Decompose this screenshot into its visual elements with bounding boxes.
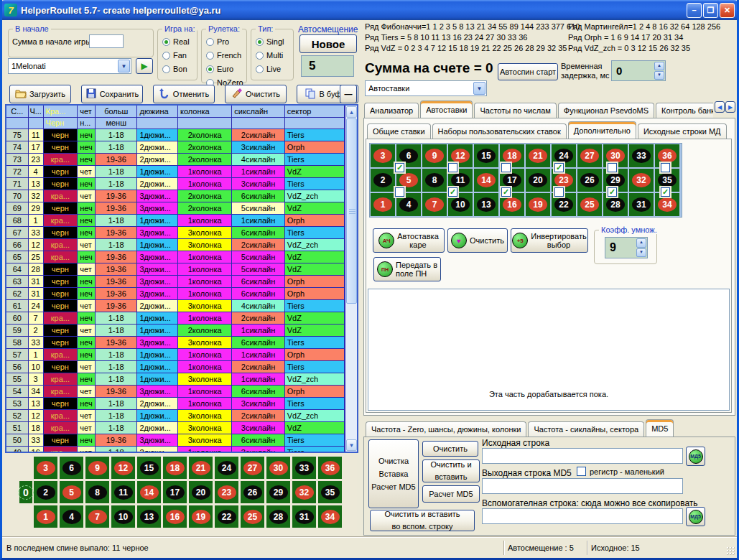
start-sum-input[interactable]	[89, 34, 124, 48]
tab-bottom-1[interactable]: Частота - сиклайны, сектора	[528, 421, 644, 437]
table-row[interactable]: 6331черннеч19-363дюжи...1колонка6сиклайн…	[6, 276, 345, 288]
clear-selection-button[interactable]: ♥ Очистить	[447, 228, 508, 253]
board-cell[interactable]: 7	[422, 193, 447, 216]
number-chip-9[interactable]: 9	[88, 461, 107, 475]
number-chip-21[interactable]: 21	[192, 461, 210, 475]
minimize-button[interactable]: –	[687, 3, 702, 18]
number-chip-28[interactable]: 28	[606, 197, 625, 212]
number-chip-20[interactable]: 20	[529, 173, 547, 187]
delay-spinner[interactable]: 0 ▲▼	[611, 60, 666, 81]
number-chip-12[interactable]: 12	[451, 149, 470, 163]
tab-sub-1[interactable]: Наборы пользовательских ставок	[432, 123, 567, 139]
corner-bet-checkbox[interactable]: ✓	[554, 163, 564, 172]
corner-bet-checkbox[interactable]	[608, 163, 617, 172]
board-cell[interactable]: 24	[215, 457, 238, 479]
tab-main-1[interactable]: Автоставки	[420, 101, 473, 118]
invert-selection-button[interactable]: +5 Инвертироватьвыбор	[511, 228, 588, 253]
zero-cell[interactable]: 0	[19, 481, 32, 503]
board-cell[interactable]: 26	[241, 481, 264, 503]
autospin-start-button[interactable]: Автоспин старт	[498, 63, 558, 80]
toolbar-button-brush[interactable]: Очистить	[225, 85, 287, 103]
board-cell[interactable]: 28	[266, 505, 290, 528]
number-chip-26[interactable]: 26	[243, 485, 262, 500]
tab-scroll-right-icon[interactable]: ▶	[725, 101, 735, 113]
board-cell[interactable]: 2	[34, 481, 57, 503]
number-chip-17[interactable]: 17	[503, 173, 521, 187]
table-row[interactable]: 5610чернчет1-181дюжи...1колонка2сиклайнT…	[6, 361, 345, 373]
radio-option-french[interactable]: French	[206, 51, 241, 60]
radio-option-real[interactable]: Real	[162, 37, 190, 46]
board-cell[interactable]: 10	[111, 505, 135, 528]
table-row[interactable]: 5313черннеч1-182дюжи...1колонка3сиклайнT…	[6, 398, 345, 410]
board-cell[interactable]: 15	[137, 457, 161, 479]
number-chip-29[interactable]: 29	[269, 485, 288, 500]
chevron-down-icon[interactable]: ▼	[118, 60, 130, 73]
number-chip-7[interactable]: 7	[425, 197, 444, 212]
radio-icon[interactable]	[162, 52, 170, 60]
board-cell[interactable]: 16	[163, 505, 187, 528]
md5-clear-and-paste-button[interactable]: Очистить ивставить	[422, 459, 480, 482]
number-chip-18[interactable]: 18	[166, 461, 185, 475]
table-row[interactable]: 6124чернчет19-362дюжи...3колонка4сиклайн…	[6, 300, 345, 312]
scroll-thumb[interactable]	[346, 118, 357, 304]
close-button[interactable]: ✕	[720, 3, 735, 18]
number-chip-12[interactable]: 12	[114, 461, 133, 475]
board-cell[interactable]: 14	[137, 481, 161, 503]
corner-bet-checkbox[interactable]	[501, 163, 511, 172]
number-chip-31[interactable]: 31	[295, 510, 314, 524]
tab-main-0[interactable]: Анализатор	[364, 103, 419, 118]
board-cell[interactable]: 29	[266, 481, 290, 503]
number-chip-17[interactable]: 17	[166, 485, 185, 500]
md5-aux-run-button[interactable]: МД5	[686, 507, 705, 526]
board-cell[interactable]: 22	[215, 505, 238, 528]
board-cell[interactable]: 25	[577, 193, 602, 216]
table-row[interactable]: 5118кра...чет1-182дюжи...3колонка3сиклай…	[6, 422, 345, 434]
number-chip-16[interactable]: 16	[166, 510, 185, 524]
board-cell[interactable]: 9	[422, 144, 447, 167]
radio-icon[interactable]	[206, 52, 214, 60]
radio-option-euro[interactable]: Euro	[206, 65, 233, 73]
table-row[interactable]: 6733черннеч19-363дюжи...3колонка6сиклайн…	[6, 227, 345, 239]
board-cell[interactable]: 4	[60, 505, 83, 528]
number-chip-13[interactable]: 13	[477, 197, 496, 212]
number-chip-35[interactable]: 35	[658, 173, 677, 187]
register-checkbox[interactable]	[577, 467, 586, 476]
number-chip-24[interactable]: 24	[554, 149, 573, 163]
number-chip-2[interactable]: 2	[37, 485, 55, 500]
md5-clear-paste-aux-button[interactable]: Очистить и вставитьво вспом. строку	[370, 510, 475, 531]
number-chip-28[interactable]: 28	[269, 510, 288, 524]
table-row[interactable]: 607кра...неч1-181дюжи...1колонка2сиклайн…	[6, 312, 345, 325]
corner-bet-checkbox[interactable]: ✓	[448, 187, 457, 197]
radio-option-pro[interactable]: Pro	[206, 37, 229, 46]
table-row[interactable]: 681кра...неч1-181дюжи...1колонка1сиклайн…	[6, 215, 345, 227]
tab-sub-3[interactable]: Исходные строки МД	[638, 123, 727, 139]
board-cell[interactable]: 27	[241, 457, 264, 479]
toolbar-button-folder-open[interactable]: Загрузить	[9, 85, 71, 103]
chevron-down-icon[interactable]: ▼	[473, 82, 485, 95]
table-row[interactable]: 553кра...неч1-181дюжи...3колонка1сиклайн…	[6, 373, 345, 386]
table-row[interactable]: 7323кра...неч19-362дюжи...2колонка4сикла…	[6, 154, 345, 166]
board-cell[interactable]: 30	[266, 457, 290, 479]
number-chip-11[interactable]: 11	[451, 173, 470, 187]
number-chip-27[interactable]: 27	[243, 461, 262, 475]
board-cell[interactable]: 14	[474, 169, 498, 192]
table-row[interactable]: 7032кра...чет19-363дюжи...2колонка6сикла…	[6, 190, 345, 202]
number-chip-36[interactable]: 36	[658, 149, 677, 163]
corner-bet-checkbox[interactable]: ✓	[608, 187, 617, 197]
corner-bet-checkbox[interactable]	[661, 163, 670, 172]
table-row[interactable]: 5033черннеч19-363дюжи...3колонка6сиклайн…	[6, 434, 345, 447]
number-chip-6[interactable]: 6	[399, 149, 418, 163]
spin-down-icon[interactable]: ▼	[636, 248, 646, 258]
board-cell[interactable]: 3	[34, 457, 57, 479]
number-chip-24[interactable]: 24	[218, 461, 236, 475]
number-chip-16[interactable]: 16	[503, 197, 521, 212]
board-cell[interactable]: 7	[85, 505, 109, 528]
maximize-button[interactable]: ❐	[703, 3, 718, 18]
md5-run-button[interactable]: МД5	[686, 447, 705, 466]
number-chip-8[interactable]: 8	[425, 173, 444, 187]
tab-sub-2[interactable]: Дополнительно	[568, 121, 636, 139]
number-chip-30[interactable]: 30	[269, 461, 288, 475]
board-cell[interactable]: 11	[111, 481, 135, 503]
radio-icon[interactable]	[162, 38, 170, 46]
radio-option-bon[interactable]: Bon	[162, 65, 187, 73]
